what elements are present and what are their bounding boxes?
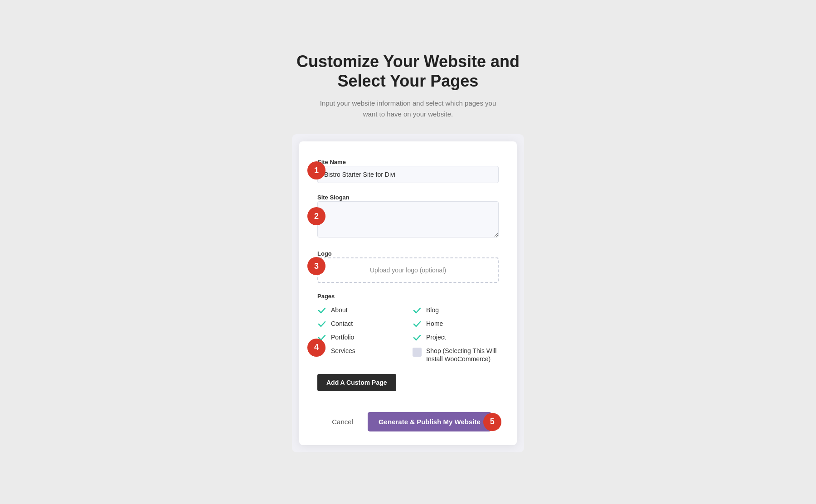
about-checkbox[interactable] [317,306,326,315]
page-item-contact: Contact [317,320,403,329]
home-label: Home [426,320,443,328]
about-label: About [331,306,348,314]
shop-checkbox[interactable] [413,348,422,357]
pages-label: Pages [317,293,499,300]
page-item-shop: Shop (Selecting This Will Install WooCom… [413,347,499,363]
pages-group: 4 Pages About [317,293,499,402]
page-wrapper: Customize Your Website and Select Your P… [0,0,816,504]
pages-grid: About Blog [317,306,499,363]
blog-checkbox[interactable] [413,306,422,315]
services-label: Services [331,347,355,355]
shop-label: Shop (Selecting This Will Install WooCom… [426,347,499,363]
page-item-portfolio: Portfolio [317,333,403,342]
blog-label: Blog [426,306,439,314]
site-slogan-group: 2 Site Slogan [317,193,499,239]
step-5-badge: 5 [483,413,501,431]
contact-label: Contact [331,320,353,328]
project-checkbox[interactable] [413,333,422,342]
site-name-group: 1 Site Name [317,158,499,183]
card-outer: 1 Site Name 2 Site Slogan 3 Logo [292,134,524,452]
step-1-badge: 1 [307,161,325,179]
site-name-input[interactable] [317,166,499,183]
add-custom-page-button[interactable]: Add A Custom Page [317,374,396,391]
cancel-button[interactable]: Cancel [325,413,360,430]
page-item-blog: Blog [413,306,499,315]
header-section: Customize Your Website and Select Your P… [296,52,520,120]
home-checkbox[interactable] [413,320,422,329]
step-4-badge: 4 [307,339,325,357]
page-item-about: About [317,306,403,315]
page-title: Customize Your Website and Select Your P… [296,52,520,91]
page-item-home: Home [413,320,499,329]
logo-upload-area[interactable]: Upload your logo (optional) [317,257,499,283]
generate-publish-button[interactable]: Generate & Publish My Website [368,412,491,431]
page-item-project: Project [413,333,499,342]
step-2-badge: 2 [307,207,325,225]
page-item-services: Services [317,347,403,363]
footer-actions: Cancel Generate & Publish My Website 5 [317,412,499,431]
logo-label: Logo [317,250,332,257]
project-label: Project [426,333,446,341]
portfolio-label: Portfolio [331,333,354,341]
main-card: 1 Site Name 2 Site Slogan 3 Logo [299,141,517,445]
site-slogan-input[interactable] [317,201,499,237]
step-3-badge: 3 [307,257,325,275]
contact-checkbox[interactable] [317,320,326,329]
site-slogan-label: Site Slogan [317,194,350,201]
logo-group: 3 Logo Upload your logo (optional) [317,249,499,283]
subtitle-text: Input your website information and selec… [313,98,503,120]
